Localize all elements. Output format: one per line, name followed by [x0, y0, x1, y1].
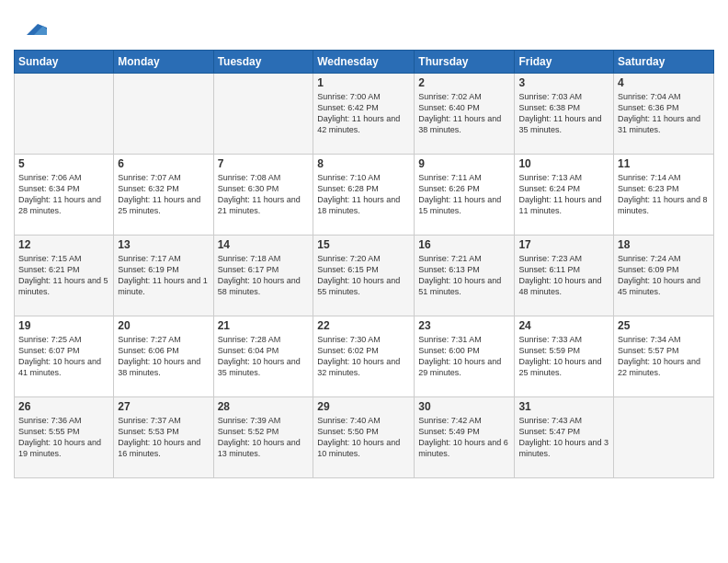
calendar-cell: 5Sunrise: 7:06 AM Sunset: 6:34 PM Daylig… — [15, 155, 114, 236]
day-number: 20 — [118, 319, 209, 332]
day-number: 18 — [618, 238, 710, 251]
calendar-table: SundayMondayTuesdayWednesdayThursdayFrid… — [14, 50, 714, 478]
day-info: Sunrise: 7:33 AM Sunset: 5:59 PM Dayligh… — [518, 334, 609, 379]
day-info: Sunrise: 7:34 AM Sunset: 5:57 PM Dayligh… — [618, 334, 710, 379]
weekday-header-saturday: Saturday — [614, 51, 714, 74]
day-number: 30 — [418, 400, 510, 413]
day-info: Sunrise: 7:08 AM Sunset: 6:30 PM Dayligh… — [218, 172, 310, 217]
day-info: Sunrise: 7:03 AM Sunset: 6:38 PM Dayligh… — [518, 91, 609, 136]
day-info: Sunrise: 7:07 AM Sunset: 6:32 PM Dayligh… — [118, 172, 209, 217]
day-info: Sunrise: 7:14 AM Sunset: 6:23 PM Dayligh… — [618, 172, 710, 217]
calendar-cell: 26Sunrise: 7:36 AM Sunset: 5:55 PM Dayli… — [15, 397, 114, 478]
day-info: Sunrise: 7:21 AM Sunset: 6:13 PM Dayligh… — [418, 253, 510, 298]
calendar-cell: 14Sunrise: 7:18 AM Sunset: 6:17 PM Dayli… — [213, 236, 313, 316]
logo-icon — [17, 9, 47, 42]
calendar-cell — [114, 74, 213, 155]
day-number: 10 — [518, 157, 609, 170]
header — [14, 9, 714, 42]
day-info: Sunrise: 7:13 AM Sunset: 6:24 PM Dayligh… — [518, 172, 609, 217]
calendar-cell: 24Sunrise: 7:33 AM Sunset: 5:59 PM Dayli… — [515, 316, 614, 397]
day-number: 26 — [18, 400, 109, 413]
weekday-header-tuesday: Tuesday — [213, 51, 313, 74]
calendar-cell: 23Sunrise: 7:31 AM Sunset: 6:00 PM Dayli… — [415, 316, 515, 397]
day-number: 28 — [218, 400, 310, 413]
calendar-week-row: 26Sunrise: 7:36 AM Sunset: 5:55 PM Dayli… — [15, 397, 714, 478]
calendar-cell: 29Sunrise: 7:40 AM Sunset: 5:50 PM Dayli… — [313, 397, 415, 478]
day-info: Sunrise: 7:28 AM Sunset: 6:04 PM Dayligh… — [218, 334, 310, 379]
calendar-cell: 10Sunrise: 7:13 AM Sunset: 6:24 PM Dayli… — [515, 155, 614, 236]
calendar-cell: 19Sunrise: 7:25 AM Sunset: 6:07 PM Dayli… — [15, 316, 114, 397]
calendar-cell — [15, 74, 114, 155]
day-info: Sunrise: 7:00 AM Sunset: 6:42 PM Dayligh… — [317, 91, 410, 136]
day-number: 31 — [518, 400, 609, 413]
day-info: Sunrise: 7:31 AM Sunset: 6:00 PM Dayligh… — [418, 334, 510, 379]
calendar-cell: 7Sunrise: 7:08 AM Sunset: 6:30 PM Daylig… — [213, 155, 313, 236]
calendar-cell: 4Sunrise: 7:04 AM Sunset: 6:36 PM Daylig… — [614, 74, 714, 155]
day-info: Sunrise: 7:43 AM Sunset: 5:47 PM Dayligh… — [518, 415, 609, 460]
day-number: 7 — [218, 157, 310, 170]
day-info: Sunrise: 7:25 AM Sunset: 6:07 PM Dayligh… — [18, 334, 109, 379]
calendar-cell: 1Sunrise: 7:00 AM Sunset: 6:42 PM Daylig… — [313, 74, 415, 155]
day-number: 23 — [418, 319, 510, 332]
day-info: Sunrise: 7:10 AM Sunset: 6:28 PM Dayligh… — [317, 172, 410, 217]
day-number: 13 — [118, 238, 209, 251]
calendar-cell — [213, 74, 313, 155]
calendar-week-row: 5Sunrise: 7:06 AM Sunset: 6:34 PM Daylig… — [15, 155, 714, 236]
calendar-cell: 25Sunrise: 7:34 AM Sunset: 5:57 PM Dayli… — [614, 316, 714, 397]
day-number: 4 — [618, 76, 710, 89]
day-number: 15 — [317, 238, 410, 251]
logo — [14, 9, 47, 42]
day-number: 21 — [218, 319, 310, 332]
calendar-cell: 27Sunrise: 7:37 AM Sunset: 5:53 PM Dayli… — [114, 397, 213, 478]
calendar-cell: 6Sunrise: 7:07 AM Sunset: 6:32 PM Daylig… — [114, 155, 213, 236]
calendar-cell — [614, 397, 714, 478]
calendar-cell: 20Sunrise: 7:27 AM Sunset: 6:06 PM Dayli… — [114, 316, 213, 397]
calendar-cell: 2Sunrise: 7:02 AM Sunset: 6:40 PM Daylig… — [415, 74, 515, 155]
day-number: 11 — [618, 157, 710, 170]
day-info: Sunrise: 7:24 AM Sunset: 6:09 PM Dayligh… — [618, 253, 710, 298]
calendar-cell: 18Sunrise: 7:24 AM Sunset: 6:09 PM Dayli… — [614, 236, 714, 316]
weekday-header-sunday: Sunday — [15, 51, 114, 74]
calendar-cell: 9Sunrise: 7:11 AM Sunset: 6:26 PM Daylig… — [415, 155, 515, 236]
day-number: 29 — [317, 400, 410, 413]
day-number: 2 — [418, 76, 510, 89]
day-info: Sunrise: 7:40 AM Sunset: 5:50 PM Dayligh… — [317, 415, 410, 460]
day-number: 3 — [518, 76, 609, 89]
day-info: Sunrise: 7:20 AM Sunset: 6:15 PM Dayligh… — [317, 253, 410, 298]
day-info: Sunrise: 7:17 AM Sunset: 6:19 PM Dayligh… — [118, 253, 209, 298]
day-number: 5 — [18, 157, 109, 170]
logo-text — [14, 9, 47, 42]
weekday-header-friday: Friday — [515, 51, 614, 74]
calendar-cell: 13Sunrise: 7:17 AM Sunset: 6:19 PM Dayli… — [114, 236, 213, 316]
weekday-header-wednesday: Wednesday — [313, 51, 415, 74]
day-number: 24 — [518, 319, 609, 332]
day-info: Sunrise: 7:42 AM Sunset: 5:49 PM Dayligh… — [418, 415, 510, 460]
day-number: 8 — [317, 157, 410, 170]
day-number: 19 — [18, 319, 109, 332]
day-info: Sunrise: 7:04 AM Sunset: 6:36 PM Dayligh… — [618, 91, 710, 136]
day-number: 12 — [18, 238, 109, 251]
day-number: 16 — [418, 238, 510, 251]
calendar-cell: 17Sunrise: 7:23 AM Sunset: 6:11 PM Dayli… — [515, 236, 614, 316]
weekday-header-thursday: Thursday — [415, 51, 515, 74]
calendar-cell: 8Sunrise: 7:10 AM Sunset: 6:28 PM Daylig… — [313, 155, 415, 236]
calendar-cell: 22Sunrise: 7:30 AM Sunset: 6:02 PM Dayli… — [313, 316, 415, 397]
calendar-cell: 16Sunrise: 7:21 AM Sunset: 6:13 PM Dayli… — [415, 236, 515, 316]
calendar-cell: 21Sunrise: 7:28 AM Sunset: 6:04 PM Dayli… — [213, 316, 313, 397]
calendar-cell: 11Sunrise: 7:14 AM Sunset: 6:23 PM Dayli… — [614, 155, 714, 236]
calendar-cell: 3Sunrise: 7:03 AM Sunset: 6:38 PM Daylig… — [515, 74, 614, 155]
day-info: Sunrise: 7:06 AM Sunset: 6:34 PM Dayligh… — [18, 172, 109, 217]
day-info: Sunrise: 7:15 AM Sunset: 6:21 PM Dayligh… — [18, 253, 109, 298]
calendar-cell: 28Sunrise: 7:39 AM Sunset: 5:52 PM Dayli… — [213, 397, 313, 478]
day-number: 1 — [317, 76, 410, 89]
day-number: 27 — [118, 400, 209, 413]
calendar-cell: 30Sunrise: 7:42 AM Sunset: 5:49 PM Dayli… — [415, 397, 515, 478]
day-number: 6 — [118, 157, 209, 170]
day-info: Sunrise: 7:11 AM Sunset: 6:26 PM Dayligh… — [418, 172, 510, 217]
day-info: Sunrise: 7:23 AM Sunset: 6:11 PM Dayligh… — [518, 253, 609, 298]
day-info: Sunrise: 7:27 AM Sunset: 6:06 PM Dayligh… — [118, 334, 209, 379]
day-number: 25 — [618, 319, 710, 332]
calendar-cell: 12Sunrise: 7:15 AM Sunset: 6:21 PM Dayli… — [15, 236, 114, 316]
weekday-header-monday: Monday — [114, 51, 213, 74]
calendar-week-row: 1Sunrise: 7:00 AM Sunset: 6:42 PM Daylig… — [15, 74, 714, 155]
